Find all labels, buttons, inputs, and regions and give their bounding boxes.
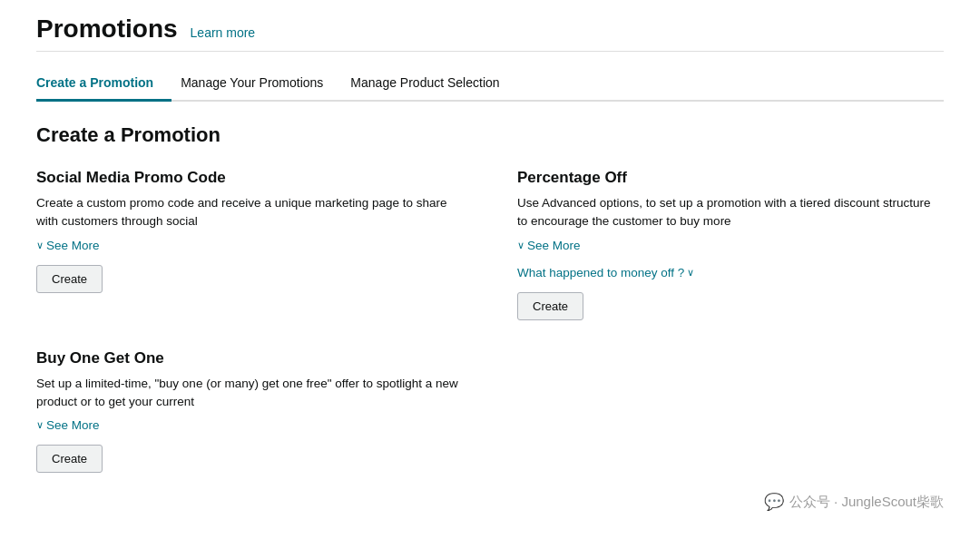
promo-card-social-media: Social Media Promo Code Create a custom … [36, 169, 463, 320]
promo-card-social-media-title: Social Media Promo Code [36, 169, 463, 187]
create-button-bogo[interactable]: Create [36, 445, 103, 473]
tabs-container: Create a Promotion Manage Your Promotion… [36, 66, 944, 102]
create-button-percentage-off[interactable]: Create [517, 292, 583, 320]
see-more-link-percentage-off[interactable]: ∨ See More [517, 239, 581, 252]
page-title: Promotions [36, 15, 178, 44]
what-happened-money-off-link[interactable]: What happened to money off ? ∨ [517, 266, 694, 279]
promo-card-percentage-off-title: Percentage Off [517, 169, 944, 187]
see-more-link-bogo[interactable]: ∨ See More [36, 418, 100, 432]
promo-card-bogo: Buy One Get One Set up a limited-time, "… [36, 349, 463, 474]
page-wrapper: Promotions Learn more Create a Promotion… [0, 0, 980, 520]
promo-grid: Social Media Promo Code Create a custom … [36, 169, 944, 502]
tab-manage-product-selection[interactable]: Manage Product Selection [350, 66, 517, 102]
tab-manage-promotions[interactable]: Manage Your Promotions [181, 66, 341, 102]
section-heading: Create a Promotion [36, 123, 944, 147]
chevron-down-icon: ∨ [517, 240, 524, 251]
tab-create-promotion[interactable]: Create a Promotion [36, 66, 172, 102]
page-header: Promotions Learn more [36, 15, 944, 52]
chevron-down-icon: ∨ [36, 419, 44, 431]
learn-more-link[interactable]: Learn more [191, 25, 256, 40]
chevron-down-icon-small: ∨ [687, 267, 694, 279]
create-button-social-media[interactable]: Create [36, 265, 103, 293]
empty-col [517, 349, 944, 503]
see-more-link-social-media[interactable]: ∨ See More [36, 239, 100, 252]
promo-card-social-media-desc: Create a custom promo code and receive a… [36, 194, 463, 231]
promo-card-percentage-off: Percentage Off Use Advanced options, to … [517, 169, 944, 320]
promo-card-bogo-title: Buy One Get One [36, 349, 463, 368]
chevron-down-icon: ∨ [36, 240, 44, 251]
promo-card-percentage-off-desc: Use Advanced options, to set up a promot… [517, 194, 944, 231]
promo-card-bogo-desc: Set up a limited-time, "buy one (or many… [36, 375, 463, 412]
